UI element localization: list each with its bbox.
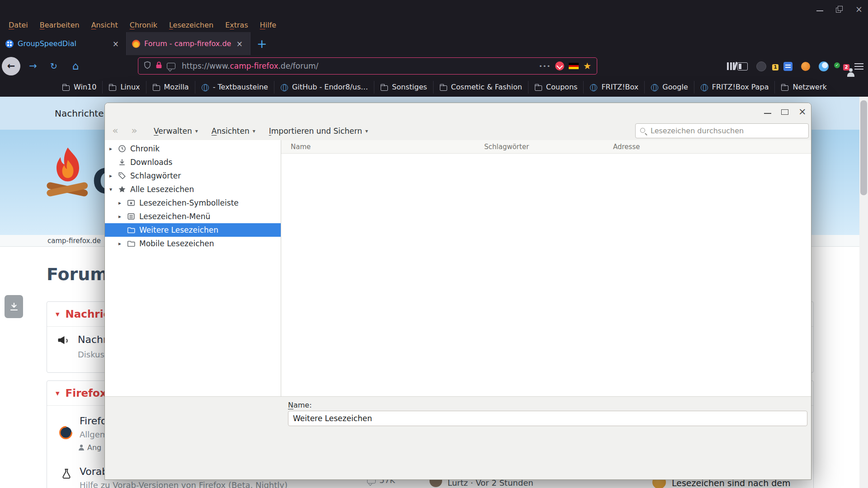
tab-bar: GroupSpeedDial × Forum - camp-firefox.de… xyxy=(0,32,868,55)
home-button[interactable]: ⌂ xyxy=(68,55,83,77)
campfire-logo xyxy=(45,144,90,205)
history-back-button[interactable]: « xyxy=(109,121,121,141)
groupspeeddial-favicon xyxy=(5,40,14,48)
expander-icon[interactable]: ▸ xyxy=(109,145,118,152)
search-input[interactable] xyxy=(651,127,804,135)
tab-close-icon[interactable]: × xyxy=(111,39,121,48)
verwalten-menu-button[interactable]: Verwalten▾ xyxy=(154,127,198,136)
folder-icon xyxy=(534,84,542,91)
german-flag-icon[interactable] xyxy=(569,63,579,69)
tree-item-weitere-lesezeichen[interactable]: Weitere Lesezeichen xyxy=(105,223,281,237)
column-header-adresse[interactable]: Adresse xyxy=(613,140,640,154)
close-icon[interactable]: × xyxy=(798,108,807,115)
menu-item-datei[interactable]: Datei xyxy=(3,19,34,31)
library-search-box[interactable] xyxy=(635,123,809,138)
tree-item-schlagwoerter[interactable]: ▸ Schlagwörter xyxy=(105,169,281,183)
forum-page-title: Forum xyxy=(47,264,108,284)
url-bar[interactable]: https://www.camp-firefox.de/forum/ ••• ★ xyxy=(138,57,597,75)
bookmark-google[interactable]: Google xyxy=(645,81,694,94)
tab-close-icon[interactable]: × xyxy=(235,39,245,48)
bookmark-fritzbox-papa[interactable]: FRITZ!Box Papa xyxy=(694,81,775,94)
expander-icon[interactable]: ▾ xyxy=(109,186,118,192)
new-tab-button[interactable]: + xyxy=(250,32,274,55)
bookmark-linux[interactable]: Linux xyxy=(103,81,146,94)
page-nav-link[interactable]: Nachrichten xyxy=(55,108,109,119)
history-forward-button[interactable]: » xyxy=(128,121,140,141)
expander-icon[interactable]: ▸ xyxy=(118,213,127,220)
library-icon[interactable] xyxy=(727,62,729,70)
globe-icon xyxy=(201,84,209,91)
menu-item-ansicht[interactable]: Ansicht xyxy=(85,19,124,31)
pocket-icon[interactable] xyxy=(555,61,564,70)
tree-item-chronik[interactable]: ▸ Chronik xyxy=(105,142,281,155)
bookmark-fritzbox[interactable]: FRITZ!Box xyxy=(584,81,645,94)
forum-category-description: Hilfe zu Vorab-Versionen von Firefox (Be… xyxy=(80,480,288,488)
maximize-icon[interactable] xyxy=(781,109,788,115)
flask-icon xyxy=(60,467,73,481)
minimize-icon[interactable] xyxy=(816,7,823,11)
menu-item-hilfe[interactable]: Hilfe xyxy=(254,19,282,31)
bookmark-netzwerk[interactable]: Netzwerk xyxy=(775,81,832,94)
name-field[interactable] xyxy=(288,411,807,426)
bookmark-sonstiges[interactable]: Sonstiges xyxy=(374,81,433,94)
bookmarks-toolbar: Win10 Linux Mozilla - Textbausteine GitH… xyxy=(0,77,868,97)
folder-icon xyxy=(152,84,160,91)
close-icon[interactable]: × xyxy=(855,6,863,13)
reload-button[interactable]: ↻ xyxy=(46,55,61,77)
menu-item-chronik[interactable]: Chronik xyxy=(124,19,163,31)
tree-item-mobile-lesezeichen[interactable]: ▸ Mobile Lesezeichen xyxy=(105,237,281,250)
forward-button[interactable]: → xyxy=(25,55,41,77)
back-button[interactable]: ← xyxy=(2,57,20,75)
download-float-button[interactable] xyxy=(5,295,23,318)
window-controls: × xyxy=(816,0,863,18)
dark-extension-icon[interactable] xyxy=(756,61,766,71)
tree-item-lesezeichen-menue[interactable]: ▸ Lesezeichen-Menü xyxy=(105,210,281,223)
expander-icon[interactable]: ▸ xyxy=(109,173,118,179)
blue-extension-icon[interactable] xyxy=(819,61,829,71)
library-toolbar: « » Verwalten▾ Ansichten▾ Importieren un… xyxy=(105,121,811,141)
expander-icon[interactable]: ▸ xyxy=(118,200,127,206)
minimize-icon[interactable] xyxy=(764,109,771,114)
bookmark-win10[interactable]: Win10 xyxy=(56,81,103,94)
menu-item-lesezeichen[interactable]: Lesezeichen xyxy=(163,19,219,31)
bookmark-star-icon[interactable]: ★ xyxy=(583,61,591,70)
tab-groupspeeddial[interactable]: GroupSpeedDial × xyxy=(0,32,127,55)
expander-icon[interactable]: ▸ xyxy=(118,240,127,247)
tree-item-downloads[interactable]: Downloads xyxy=(105,155,281,169)
adblock-badge: 1 xyxy=(772,64,778,70)
importieren-sichern-menu-button[interactable]: Importieren und Sichern▾ xyxy=(269,127,368,136)
bookmark-coupons[interactable]: Coupons xyxy=(528,81,584,94)
lock-icon[interactable] xyxy=(156,61,162,71)
topic-meta-row[interactable]: Ang xyxy=(78,443,101,452)
folder-icon xyxy=(108,84,117,91)
page-actions-icon[interactable]: ••• xyxy=(539,63,551,70)
bookmark-github-endor8[interactable]: GitHub - Endor8/us… xyxy=(274,81,374,94)
column-header-schlagwoerter[interactable]: Schlagwörter xyxy=(484,140,529,154)
message-icon[interactable] xyxy=(167,63,175,69)
restore-icon[interactable] xyxy=(836,6,843,13)
tracking-shield-icon[interactable] xyxy=(144,61,151,71)
notes-extension-icon[interactable] xyxy=(783,62,793,71)
tree-item-lesezeichen-symbolleiste[interactable]: ▸ Lesezeichen-Symbolleiste xyxy=(105,196,281,210)
tab-forum-camp-firefox[interactable]: Forum - camp-firefox.de × xyxy=(127,32,250,55)
bookmark-cosmetic-fashion[interactable]: Cosmetic & Fashion xyxy=(434,81,528,94)
firefox-category-icon xyxy=(59,426,73,440)
menu-item-bearbeiten[interactable]: Bearbeiten xyxy=(34,19,85,31)
sidebar-icon[interactable] xyxy=(737,62,748,70)
tree-item-alle-lesezeichen[interactable]: ▾ Alle Lesezeichen xyxy=(105,183,281,196)
site-breadcrumb[interactable]: camp-firefox.de xyxy=(47,235,101,247)
bookmark-list-pane[interactable]: Name Schlagwörter Adresse xyxy=(281,140,811,396)
account-badge: 2 xyxy=(843,64,849,70)
bookmark-textbausteine[interactable]: - Textbausteine xyxy=(195,81,274,94)
library-titlebar[interactable]: × xyxy=(105,103,811,121)
column-header-name[interactable]: Name xyxy=(291,140,311,154)
orange-extension-icon[interactable] xyxy=(801,62,810,71)
ansichten-menu-button[interactable]: Ansichten▾ xyxy=(212,127,255,136)
menu-item-extras[interactable]: Extras xyxy=(219,19,254,31)
bookmark-mozilla[interactable]: Mozilla xyxy=(146,81,195,94)
chevron-down-icon: ▾ xyxy=(253,128,255,134)
library-window: × « » Verwalten▾ Ansichten▾ Importieren … xyxy=(104,103,811,480)
page-scrollbar[interactable] xyxy=(859,97,868,488)
scrollbar-thumb[interactable] xyxy=(860,100,867,195)
hamburger-menu-icon[interactable] xyxy=(854,63,863,70)
